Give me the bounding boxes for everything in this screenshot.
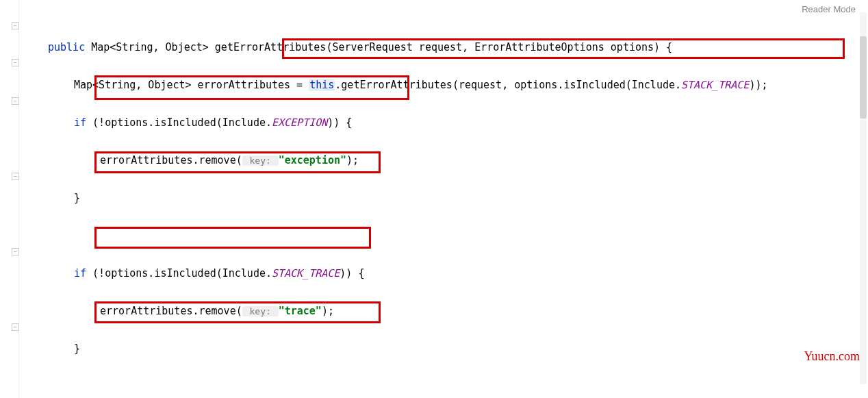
vertical-scrollbar[interactable] <box>860 12 867 384</box>
keyword-this: this <box>309 79 335 91</box>
fold-toggle-icon[interactable] <box>12 323 19 331</box>
reader-mode-button[interactable]: Reader Mode <box>802 4 856 14</box>
blank-line <box>21 377 856 397</box>
code-editor[interactable]: public Map<String, Object> getErrorAttri… <box>21 19 856 398</box>
code-line: errorAttributes.remove( key: "exception"… <box>21 151 856 171</box>
fold-toggle-icon[interactable] <box>12 248 19 256</box>
code-line: } <box>21 340 856 359</box>
code-line: public Map<String, Object> getErrorAttri… <box>21 38 856 58</box>
code-line: Map<String, Object> errorAttributes = th… <box>21 76 856 95</box>
fold-toggle-icon[interactable] <box>12 97 19 105</box>
code-line: if (!options.isIncluded(Include.EXCEPTIO… <box>21 114 856 133</box>
scrollbar-thumb[interactable] <box>860 36 867 119</box>
keyword-public: public <box>48 41 85 53</box>
code-line: if (!options.isIncluded(Include.STACK_TR… <box>21 264 856 284</box>
watermark-text: Yuucn.com <box>804 349 860 364</box>
code-line: } <box>21 189 856 208</box>
editor-gutter <box>0 0 19 398</box>
fold-toggle-icon[interactable] <box>12 173 19 180</box>
enum-const: STACK_TRACE <box>681 79 749 91</box>
fold-toggle-icon[interactable] <box>12 59 19 66</box>
fold-toggle-icon[interactable] <box>12 22 19 29</box>
param-hint: key: <box>242 306 279 316</box>
code-line: errorAttributes.remove( key: "trace"); <box>21 302 856 321</box>
param-hint: key: <box>242 156 279 166</box>
blank-line <box>21 227 856 246</box>
